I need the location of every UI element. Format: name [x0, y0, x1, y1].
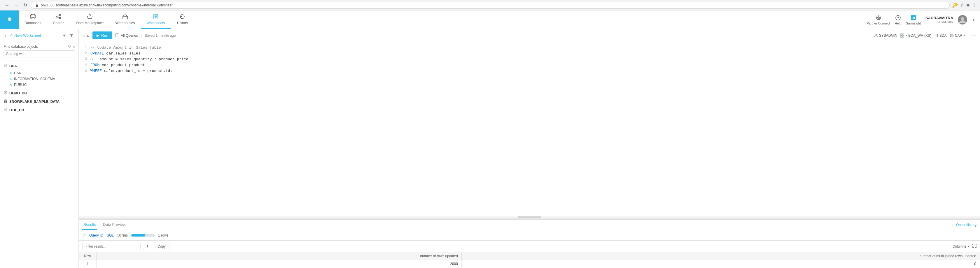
grid-icon [900, 33, 904, 38]
snowsight-btn[interactable]: ❄ Snowsight [906, 14, 921, 25]
db-name-demodb: DEMO_DB [10, 91, 27, 95]
nav-item-worksheets[interactable]: Worksheets [141, 11, 171, 29]
svg-line-8 [58, 17, 60, 18]
copy-button[interactable]: Copy [154, 243, 169, 250]
schema-badge[interactable]: CAR ▼ [950, 33, 966, 38]
all-queries-checkbox-label[interactable]: All Queries [115, 33, 138, 38]
svg-rect-31 [900, 36, 902, 37]
toolbar-right: SYSADMIN ● BDA_WH (XS) [874, 32, 977, 39]
tree-db-utildb-header[interactable]: UTIL_DB [0, 106, 78, 114]
sql-link[interactable]: SQL [107, 233, 114, 238]
all-queries-checkbox[interactable] [115, 33, 119, 37]
tab-data-preview[interactable]: Data Preview [102, 220, 127, 230]
extensions-icon[interactable]: ◙ [967, 2, 969, 8]
svg-text:?: ? [897, 16, 899, 20]
help-btn[interactable]: ? Help [895, 14, 902, 25]
download-icon: ⬇ [146, 244, 149, 249]
nav-label-warehouses: Warehouses [115, 21, 135, 25]
tree-schema-information-schema[interactable]: ✳ INFORMATION_SCHEMA [7, 76, 75, 82]
tab-results[interactable]: Results [82, 220, 97, 230]
svg-rect-34 [950, 34, 953, 37]
warehouse-badge[interactable]: ● BDA_WH (XS) [900, 33, 931, 38]
editor-area: 1 -- Update Amount in Sales Table 2 UPDA… [79, 42, 980, 218]
filter-input[interactable] [82, 243, 141, 250]
help-label: Help [895, 22, 902, 25]
line-content-3: SET amount = sales.quantity * product.pr… [91, 57, 980, 63]
user-info[interactable]: SAURAVMITRA SYSADMIN [926, 16, 953, 24]
columns-btn[interactable]: Columns ▼ [953, 244, 970, 249]
scroll-indicator [79, 216, 980, 218]
run-button[interactable]: ▶ Run [92, 32, 112, 39]
worksheet-options-btn[interactable]: ▼ [68, 32, 75, 39]
nav-item-data-marketplace[interactable]: Data Marketplace [70, 11, 110, 29]
table-header-row: Row number of rows updated number of mul… [79, 252, 980, 260]
star-icon[interactable]: ☆ [960, 2, 964, 8]
history-icon [179, 13, 186, 20]
tree-schema-bda: ✳ CAR ✳ INFORMATION_SCHEMA ✳ PUBLIC [0, 70, 78, 88]
schema-text: CAR [955, 33, 962, 38]
warehouses-icon [122, 13, 128, 20]
reload-button[interactable]: ↻ [22, 2, 28, 8]
key-icon[interactable]: 🔑 [952, 2, 958, 8]
prev-arrow[interactable]: ‹ [82, 33, 84, 38]
tree-db-snowflake-sample-header[interactable]: SNOWFLAKE_SAMPLE_DATA [0, 98, 78, 105]
code-editor[interactable]: 1 -- Update Amount in Sales Table 2 UPDA… [79, 42, 980, 216]
sidebar: ‹ ✓ New Worksheet + ▼ Find database obje… [0, 29, 79, 268]
tree-schema-public[interactable]: ✳ PUBLIC [7, 82, 75, 88]
scroll-thumb[interactable] [518, 216, 541, 217]
content-area: ‹ › ▲ ▶ Run All Queries | Saved 1 minute… [79, 29, 980, 268]
nav-item-warehouses[interactable]: Warehouses [110, 11, 141, 29]
lock-icon [35, 3, 39, 7]
results-panel: Results Data Preview ← Open History ✓ Qu… [79, 219, 980, 268]
database-text: BDA [939, 33, 947, 38]
cell-row-num: 1 [79, 260, 96, 268]
nav-item-history[interactable]: History [171, 11, 194, 29]
warehouse-dot: ● [905, 34, 907, 37]
download-button[interactable]: ⬇ [143, 243, 151, 250]
schema-dropdown-icon[interactable]: ▼ [963, 34, 966, 37]
more-options-btn[interactable]: ⋯ [969, 32, 977, 39]
tree-db-bda: BDA ✳ CAR ✳ INFORMATION_SCHEMA ✳ PUBLIC [0, 62, 78, 88]
nav-item-shares[interactable]: Shares [47, 11, 70, 29]
database-badge[interactable]: BDA [934, 33, 947, 38]
db-icon-snowflake [3, 99, 8, 104]
sf-logo[interactable]: ❄ [0, 11, 19, 29]
nav-item-databases[interactable]: Databases [19, 11, 47, 29]
back-button[interactable]: ← [3, 2, 11, 8]
sidebar-collapse-btn[interactable]: ‹ [3, 32, 7, 39]
tree-db-bda-header[interactable]: BDA [0, 62, 78, 70]
find-label-text: Find database objects [3, 44, 38, 49]
add-worksheet-btn[interactable]: + [62, 32, 67, 39]
svg-point-23 [961, 17, 964, 20]
columns-dropdown-icon: ▼ [967, 245, 970, 248]
tree-db-demodb-header[interactable]: DEMO_DB [0, 89, 78, 97]
role-badge[interactable]: SYSADMIN [874, 33, 897, 38]
avatar-icon [958, 15, 967, 24]
line-num-2: 2 [79, 51, 91, 57]
nav-label-databases: Databases [24, 21, 41, 25]
query-id-link[interactable]: Query ID [89, 233, 103, 238]
next-arrow[interactable]: › [84, 33, 86, 38]
expand-icon[interactable]: ▲ [86, 33, 89, 38]
tree-db-utildb: UTIL_DB [0, 106, 78, 114]
progress-fill [131, 234, 145, 236]
address-bar[interactable]: ph21638.southeast-asia.azure.snowflakeco… [30, 2, 950, 9]
db-name-utildb: UTIL_DB [10, 108, 24, 112]
open-history-btn[interactable]: ← Open History [951, 223, 977, 227]
find-label-actions: ↻ « [68, 44, 75, 49]
expand-results-btn[interactable] [972, 244, 977, 249]
tree-schema-car[interactable]: ✳ CAR [7, 70, 75, 76]
chevron-down-icon[interactable]: ▼ [972, 18, 975, 22]
new-worksheet-btn[interactable]: ✓ New Worksheet [9, 33, 41, 38]
col-header-rows-updated: number of rows updated [96, 252, 461, 260]
collapse-icon[interactable]: « [73, 44, 75, 49]
tab-data-preview-label: Data Preview [103, 222, 126, 227]
user-avatar[interactable] [958, 15, 967, 24]
partner-connect-btn[interactable]: Partner Connect [867, 14, 890, 25]
svg-point-3 [30, 14, 35, 16]
find-label: Find database objects ↻ « [3, 44, 75, 49]
menu-icon[interactable]: ⋮ [972, 2, 977, 8]
forward-button[interactable]: → [13, 2, 20, 8]
search-input[interactable] [3, 51, 75, 57]
refresh-icon[interactable]: ↻ [68, 44, 71, 49]
